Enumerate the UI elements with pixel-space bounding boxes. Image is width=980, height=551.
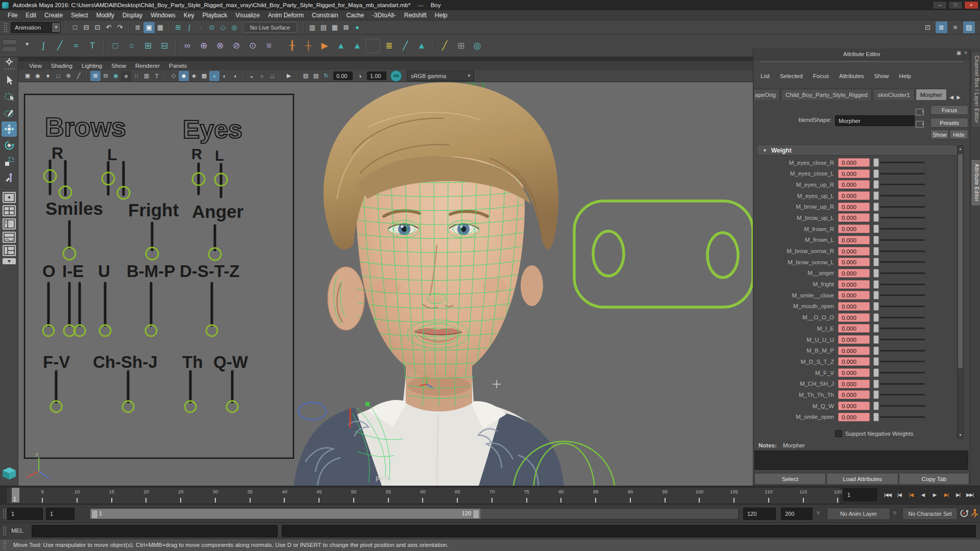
anim-layer-button[interactable]: No Anim Layer	[827, 508, 890, 520]
color-transform-dropdown[interactable]: sRGB gamma ▼	[407, 70, 474, 81]
mel-command-input[interactable]	[32, 525, 278, 537]
viewport-menu-view[interactable]: View	[26, 62, 45, 69]
channel-box-toggle-icon[interactable]: ▤	[963, 21, 975, 33]
output-connection-icon[interactable]	[916, 121, 924, 128]
shaded-display-icon[interactable]: ◆	[179, 71, 189, 81]
textured-display-icon[interactable]: ▩	[199, 71, 209, 81]
ambient-occlusion-icon[interactable]: ◒	[247, 71, 257, 81]
paint-weights-icon[interactable]: ╱	[398, 38, 413, 54]
poly-cylinder-icon[interactable]: ⊟	[157, 38, 172, 54]
ae-menu-attributes[interactable]: Attributes	[835, 72, 868, 80]
viewport-menu-show[interactable]: Show	[108, 62, 130, 69]
layout-persp-graph-button[interactable]	[3, 232, 16, 243]
maya-shelf-icon[interactable]: ▲	[414, 38, 429, 54]
weight-slider-handle[interactable]	[873, 247, 879, 256]
weight-slider-handle[interactable]	[873, 413, 879, 421]
current-frame-field[interactable]: 1	[843, 488, 877, 501]
color-management-toggle[interactable]: ON	[390, 70, 402, 82]
redo-icon[interactable]: ↷	[114, 22, 126, 33]
weight-value-field[interactable]: 0.000	[838, 224, 870, 233]
quick-rig-icon[interactable]: ▶	[317, 38, 332, 54]
lasso-select-tool-icon[interactable]	[2, 89, 17, 104]
weight-value-field[interactable]: 0.000	[838, 335, 870, 344]
scroll-down-icon[interactable]: ▼	[959, 432, 962, 438]
film-gate-icon[interactable]: ⊟	[101, 71, 111, 81]
tool-settings-toggle-icon[interactable]: ≡	[949, 21, 961, 33]
layout-hypershade-persp-button[interactable]	[3, 245, 16, 256]
display-layers-icon[interactable]: ≣	[381, 38, 397, 54]
weight-value-field[interactable]: 0.000	[838, 269, 870, 278]
weight-slider-handle[interactable]	[873, 335, 879, 344]
weight-slider-track[interactable]	[880, 173, 925, 174]
poly-plane-icon[interactable]: □	[108, 38, 123, 54]
weight-value-field[interactable]: 0.000	[838, 213, 870, 222]
weight-value-field[interactable]: 0.000	[838, 291, 870, 299]
menu-visualize[interactable]: Visualize	[232, 11, 263, 20]
input-connection-icon[interactable]	[916, 109, 924, 115]
weight-value-field[interactable]: 0.000	[838, 413, 870, 421]
exposure-refresh-icon[interactable]: ↻	[321, 71, 331, 81]
weight-value-field[interactable]: 0.000	[838, 158, 870, 167]
copy-tab-button[interactable]: Copy Tab	[899, 473, 969, 485]
viewport-menu-panels[interactable]: Panels	[165, 62, 190, 69]
lighting-icon[interactable]: ◐	[219, 71, 230, 81]
pole-vector-icon[interactable]: ≡	[261, 38, 277, 54]
two-d-pan-zoom-icon[interactable]: ⊕	[63, 71, 74, 81]
weight-slider-handle[interactable]	[873, 169, 879, 178]
xray-icon[interactable]: ▧	[301, 71, 311, 81]
weight-slider-track[interactable]	[880, 239, 925, 241]
live-surface-field[interactable]: No Live Surface	[243, 22, 297, 33]
weight-slider-track[interactable]	[880, 405, 925, 407]
snap-to-grid-icon[interactable]: ⊞	[173, 22, 184, 33]
weight-slider-track[interactable]	[880, 372, 925, 373]
move-tool-icon[interactable]	[2, 121, 17, 137]
weight-slider-handle[interactable]	[873, 368, 879, 377]
command-line-grip[interactable]	[3, 526, 6, 536]
ipr-render-icon[interactable]: ▦	[329, 22, 340, 33]
snap-view-plane-icon[interactable]: ◇	[217, 22, 229, 33]
menu-key[interactable]: Key	[180, 11, 198, 20]
attribute-editor-header[interactable]: Attribute Editor ▣×	[753, 48, 970, 60]
weight-slider-handle[interactable]	[873, 158, 879, 167]
snap-to-curve-icon[interactable]: ∫	[184, 22, 195, 33]
menu-redshift[interactable]: Redshift	[401, 11, 430, 20]
mel-label[interactable]: MEL	[11, 528, 23, 534]
weight-slider-handle[interactable]	[873, 324, 879, 333]
weight-slider-track[interactable]	[880, 361, 925, 362]
animation-preferences-icon[interactable]	[970, 508, 979, 520]
new-scene-icon[interactable]: □	[69, 22, 81, 33]
weight-scrollbar[interactable]: ▲ ▼	[957, 145, 964, 439]
viewport-menu-lighting[interactable]: Lighting	[78, 62, 106, 69]
pane-layout-cube-icon[interactable]	[2, 466, 17, 483]
panel-grip[interactable]	[761, 61, 963, 64]
wireframe-display-icon[interactable]: ◇	[168, 71, 179, 81]
play-forwards-button[interactable]: ▶	[929, 488, 940, 502]
tab-scroll-left-icon[interactable]: ◀	[950, 94, 954, 100]
scale-tool-icon[interactable]	[2, 154, 17, 169]
layout-single-pane-button[interactable]	[3, 192, 16, 203]
weight-slider-track[interactable]	[880, 251, 925, 252]
ae-tab-apeorig[interactable]: apeOrig	[753, 89, 780, 100]
weight-slider-handle[interactable]	[873, 258, 879, 266]
ae-tab-child_boy_party_style_rigged[interactable]: Child_Boy_Party_Style_Rigged	[781, 89, 872, 100]
weight-slider-handle[interactable]	[873, 203, 879, 211]
grease-pencil-shelf-icon[interactable]: ╱	[437, 38, 452, 54]
weight-slider-track[interactable]	[880, 383, 925, 385]
maya-shelf-icon[interactable]: ▲	[333, 38, 349, 54]
hypershade-sphere-icon[interactable]: ●	[352, 22, 363, 33]
ae-menu-help[interactable]: Help	[895, 72, 915, 80]
float-panel-icon[interactable]: ▣	[957, 50, 961, 56]
select-camera-icon[interactable]: ▣	[22, 71, 33, 81]
go-to-start-button[interactable]: |◀◀	[882, 488, 893, 502]
support-negative-weights-checkbox[interactable]	[835, 430, 842, 437]
playback-range-block[interactable]: 1 120	[90, 509, 480, 519]
isolate-select-icon[interactable]: ▶	[284, 71, 294, 81]
weight-slider-track[interactable]	[880, 195, 925, 196]
weight-value-field[interactable]: 0.000	[838, 402, 870, 410]
motion-blur-icon[interactable]: ○	[257, 71, 267, 81]
wireframe-on-shaded-icon[interactable]: ◈	[189, 71, 199, 81]
menu-file[interactable]: File	[4, 11, 21, 20]
weight-slider-handle[interactable]	[873, 402, 879, 410]
scrollbar-thumb[interactable]	[958, 154, 963, 368]
blendshape-name-field[interactable]: Morpher	[835, 115, 915, 126]
